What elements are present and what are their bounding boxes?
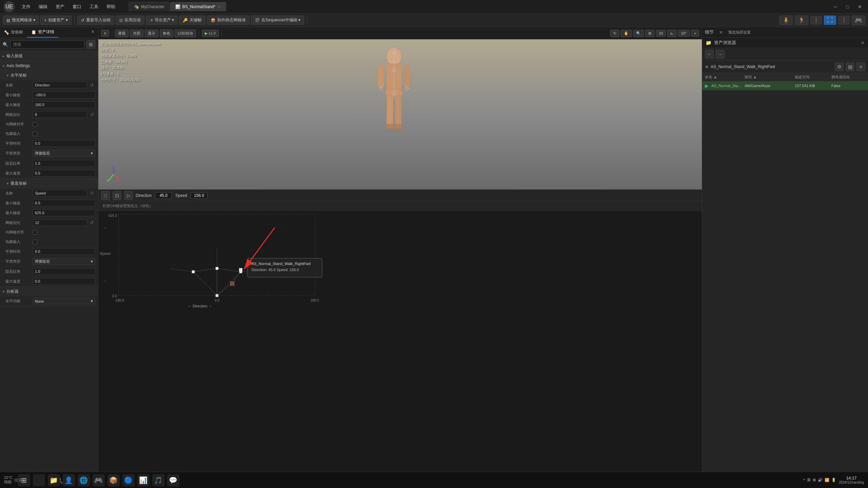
v-name-reset-btn[interactable]: ↺ (88, 190, 95, 197)
viewport-menu-btn[interactable]: ≡ (101, 30, 109, 37)
left-panel-close-btn[interactable]: ✕ (87, 27, 98, 38)
v-damping-value[interactable]: 1.0 (33, 268, 95, 275)
minimize-button[interactable]: ─ (831, 2, 840, 12)
col-disk-header[interactable]: 磁盘空间 (795, 75, 829, 80)
graph-btn-2[interactable]: ⊡ (113, 191, 121, 200)
menu-edit[interactable]: 编辑 (35, 2, 51, 11)
menu-help[interactable]: 帮助 (103, 2, 119, 11)
tray-volume-icon[interactable]: 🔊 (818, 478, 823, 482)
viewport-play-btn[interactable]: ▶ x1.0 (202, 30, 219, 37)
ab-filter-btn[interactable]: ▤ (846, 62, 854, 71)
graph-btn-1[interactable]: □ (101, 191, 110, 200)
skeleton-tree-tab[interactable]: 🦴 骨骼树 (0, 27, 27, 38)
h-min-value[interactable]: -180.0 (33, 92, 95, 98)
preview-mesh-button[interactable]: ▤ 预览网格体 ▾ (3, 16, 39, 25)
tab-bsnormalstand[interactable]: 📊 BS_NormalStand* × (170, 2, 226, 11)
controls-btn[interactable]: 🎮 (852, 16, 865, 25)
make-static-mesh-button[interactable]: 📦 制作静态网格体 (207, 16, 250, 25)
ab-filter-close-btn[interactable]: ✕ (705, 64, 709, 69)
v-smooth-value[interactable]: 0.0 (33, 248, 95, 255)
viewport-expand-btn[interactable]: » (691, 30, 699, 37)
col-path-header[interactable]: 路径 ▲ (745, 75, 792, 80)
more-tools-btn[interactable]: ⋮ (838, 16, 850, 24)
reimport-anim-button[interactable]: ↺ 重新导入动画 (77, 16, 114, 25)
h-wrap-checkbox[interactable] (33, 131, 37, 136)
h-maxspeed-value[interactable]: 0.0 (33, 170, 95, 177)
h-smooth-value[interactable]: 0.0 (33, 140, 95, 147)
v-snap-checkbox[interactable] (33, 230, 37, 235)
ue-logo-icon[interactable]: UE (3, 1, 15, 13)
horizontal-axis-header[interactable]: ▾ 水平坐标 (0, 70, 98, 80)
close-button[interactable]: ✕ (855, 2, 865, 12)
taskbar-avatar[interactable]: 👤 (63, 474, 75, 486)
blend-space-active-btn[interactable]: ⛶ (824, 16, 836, 25)
viewport-lod-btn[interactable]: LOD自动 (175, 29, 196, 37)
viewport-grid-btn[interactable]: ⊞ (645, 30, 654, 37)
keyframe-button[interactable]: 🔑 关键帧 (179, 16, 205, 25)
tray-battery-icon[interactable]: 🔋 (831, 478, 836, 482)
restore-button[interactable]: □ (843, 2, 852, 12)
h-smoothtype-select[interactable]: 弹簧阻尼 ▾ (33, 150, 95, 157)
ab-forward-btn[interactable]: → (716, 50, 725, 59)
ab-settings-btn[interactable]: ⚙ (835, 62, 844, 71)
asset-row-0[interactable]: ▶ AS_Normal_Stand_Walk_RightFwd /All/Gam… (702, 81, 868, 90)
h-damping-value[interactable]: 1.0 (33, 160, 95, 167)
taskbar-games[interactable]: 🎮 (93, 474, 105, 486)
taskbar-office[interactable]: 📊 (137, 474, 150, 486)
v-smoothtype-select[interactable]: 弹簧阻尼 ▾ (33, 258, 95, 265)
speed-value[interactable]: 156.0 (191, 192, 208, 199)
viewport-lighting-btn[interactable]: 光照 (130, 29, 143, 37)
v-min-value[interactable]: 0.0 (33, 200, 95, 206)
viewport-zoom-btn[interactable]: 🔍 (633, 30, 644, 37)
h-max-value[interactable]: 180.0 (33, 101, 95, 108)
menu-file[interactable]: 文件 (18, 2, 34, 11)
v-grid-value[interactable]: 12 (33, 219, 87, 226)
taskbar-apps[interactable]: 📦 (107, 474, 120, 486)
vertical-axis-header[interactable]: ▾ 垂直坐标 (0, 179, 98, 188)
viewport-area[interactable]: ≡ 透视 光照 显示 角色 LOD自动 ▶ x1.0 ↻ ✋ 🔍 ⊞ 10 ⊾ … (98, 27, 702, 190)
tray-network-icon[interactable]: 📶 (825, 478, 829, 482)
h-grid-value[interactable]: 8 (33, 111, 87, 118)
v-wrap-checkbox[interactable] (33, 240, 37, 244)
open-sequencer-button[interactable]: 🎬 在Sequencer中编辑 ▾ (251, 16, 304, 25)
viewport-pan-btn[interactable]: ✋ (621, 30, 632, 37)
menu-asset[interactable]: 资产 (52, 2, 68, 11)
asset-details-tab[interactable]: 📋 资产详情 (27, 27, 58, 38)
character-settings-btn[interactable]: 🧍 (779, 16, 793, 25)
h-snap-checkbox[interactable] (33, 122, 37, 127)
tray-expand-icon[interactable]: ^ (803, 478, 805, 482)
more-options-btn[interactable]: ⋮ (810, 16, 822, 24)
direction-value[interactable]: 45.0 (155, 192, 172, 199)
viewport-angle-btn[interactable]: ⊾ (667, 30, 676, 37)
v-max-value[interactable]: 625.0 (33, 209, 95, 216)
create-asset-button[interactable]: + 创建资产 ▾ (40, 16, 71, 25)
menu-window[interactable]: 窗口 (69, 2, 85, 11)
tab-close-btn[interactable]: × (217, 5, 221, 9)
viewport-view-btn[interactable]: 透视 (115, 29, 129, 37)
details-close-btn[interactable]: ✕ (719, 30, 723, 35)
axis-settings-header[interactable]: ▾ Axis Settings (0, 61, 98, 70)
h-name-reset-btn[interactable]: ↺ (88, 82, 95, 88)
clock[interactable]: 14:17 2024/12/caroling (839, 476, 864, 484)
taskbar-file-explorer[interactable]: 📁 (48, 474, 60, 486)
tray-lang-icon[interactable]: 英 (807, 477, 811, 483)
taskbar-browser[interactable]: 🌐 (78, 474, 90, 486)
col-virtual-header[interactable]: 拥有虚拟化 (831, 75, 865, 80)
ab-view-btn[interactable]: ≡ (856, 62, 865, 71)
search-taskbar-btn[interactable]: 🔍 (33, 474, 45, 486)
v-grid-reset-btn[interactable]: ↺ (88, 219, 95, 226)
analyzer-header[interactable]: ▾ 分析器 (0, 287, 98, 297)
export-asset-button[interactable]: ↗ 导出资产 ▾ (146, 16, 178, 25)
v-maxspeed-value[interactable]: 0.0 (33, 278, 95, 285)
viewport-grid-num[interactable]: 10 (656, 30, 666, 37)
col-name-header[interactable]: 命名 ▲ (705, 75, 742, 80)
h-name-value[interactable]: Direction (33, 82, 87, 88)
viewport-show-btn[interactable]: 显示 (145, 29, 158, 37)
taskbar-music[interactable]: 🎵 (152, 474, 164, 486)
input-section-header[interactable]: ▸ 输入插值 (0, 51, 98, 61)
taskbar-wechat[interactable]: 💬 (167, 474, 179, 486)
viewport-rotate-btn[interactable]: ↻ (610, 30, 619, 37)
taskbar-ue[interactable]: 🔵 (122, 474, 135, 486)
tab-mycharacter[interactable]: 🎭 MyCharacter (129, 2, 170, 11)
search-grid-btn[interactable]: ⊞ (86, 40, 95, 49)
